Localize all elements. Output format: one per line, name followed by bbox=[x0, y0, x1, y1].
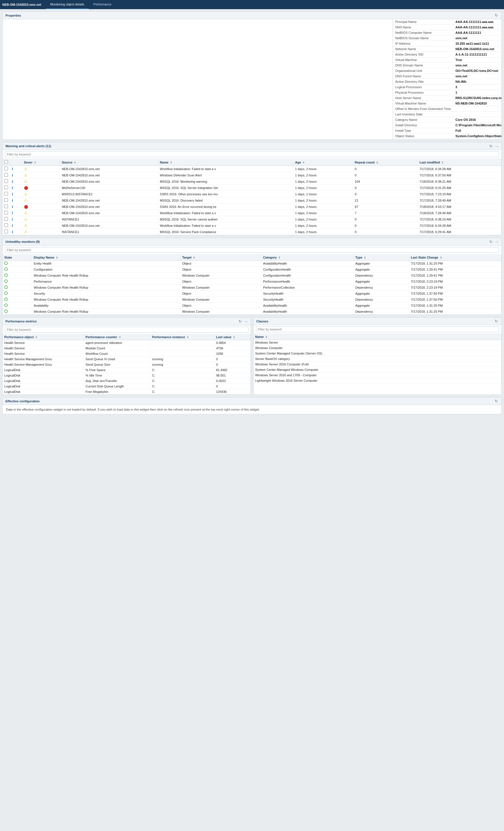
classes-refresh-button[interactable] bbox=[494, 319, 499, 323]
properties-refresh-button[interactable] bbox=[494, 13, 499, 18]
classes-col-name[interactable]: Name ⇕ bbox=[254, 334, 501, 340]
alert-checkbox[interactable] bbox=[4, 217, 8, 221]
alerts-refresh-button[interactable] bbox=[489, 144, 493, 148]
alert-row[interactable]: ℹ ⚠ NEB-OM-1542810.smx.net Windows Defen… bbox=[3, 172, 501, 178]
alert-checkbox[interactable] bbox=[4, 230, 8, 233]
alert-modified: 7/17/2018, 6:29:41 AM bbox=[418, 229, 501, 235]
alerts-col-modified[interactable]: Last modified ⇕ bbox=[418, 159, 501, 166]
perf-instance bbox=[150, 346, 214, 351]
performance-menu-button[interactable] bbox=[244, 319, 248, 323]
tab-performance[interactable]: Performance bbox=[89, 0, 116, 9]
prop-value: smx.net bbox=[453, 63, 501, 68]
alerts-actions bbox=[489, 144, 499, 148]
alerts-select-all[interactable] bbox=[4, 160, 8, 164]
alert-checkbox[interactable] bbox=[4, 192, 8, 196]
alert-checkbox[interactable] bbox=[4, 204, 8, 208]
alert-row[interactable]: ℹ ⚠ NEB-OM-1542810.smx.net Workflow Init… bbox=[3, 210, 501, 216]
alert-age: 1 days, 2 hours bbox=[293, 172, 353, 178]
alerts-col-source[interactable]: Source ⇕ bbox=[60, 159, 158, 166]
warning-icon: ⚠ bbox=[24, 223, 27, 228]
unhealthy-col-type[interactable]: Type ⇕ bbox=[353, 255, 409, 261]
unhealthy-name: Availability bbox=[32, 303, 180, 309]
unhealthy-row: Windows Computer Role Health Rollup Wind… bbox=[3, 285, 501, 291]
info-icon: ℹ bbox=[12, 173, 13, 177]
alert-row[interactable]: ℹ ⚠ INSTANCE1 MSSQL 2016: SQL Server can… bbox=[3, 216, 501, 223]
classes-filter-input[interactable] bbox=[256, 326, 499, 332]
alert-checkbox[interactable] bbox=[4, 185, 8, 189]
classes-table-scroll[interactable]: Name ⇕ Windows ServerWindows ComputerSys… bbox=[254, 334, 502, 383]
alert-checkbox[interactable] bbox=[4, 173, 8, 177]
alerts-table-scroll[interactable]: Sever ⇕ Source ⇕ Name ⇕ Age ⇕ Repeat cou… bbox=[3, 159, 501, 235]
alert-checkbox[interactable] bbox=[4, 167, 8, 170]
prop-value: Full bbox=[453, 128, 501, 134]
properties-table-container[interactable]: Principal NameAAA-AA-1111111.aaa.aaaDNS … bbox=[393, 19, 501, 139]
perf-col-value[interactable]: Last value ⇕ bbox=[214, 334, 250, 340]
performance-refresh-button[interactable] bbox=[238, 319, 242, 323]
unhealthy-filter-input[interactable] bbox=[5, 247, 499, 253]
unhealthy-target: Object bbox=[180, 303, 261, 309]
performance-table-scroll[interactable]: Performance object ⇕ Performance counter… bbox=[3, 334, 251, 395]
class-row: Windows Server bbox=[254, 340, 501, 345]
alert-row[interactable]: ℹ ⚠ NEB-OM-1542810.smx.net Workflow Init… bbox=[3, 166, 501, 172]
unhealthy-col-name[interactable]: Display Name ⇕ bbox=[32, 255, 180, 261]
alert-row[interactable]: ℹ ⚠ NEB-OM-1542810.smx.net MSSQL 2016: M… bbox=[3, 178, 501, 185]
alerts-filter-input[interactable] bbox=[5, 151, 499, 157]
unhealthy-target: Windows Computer bbox=[180, 285, 261, 291]
properties-left-empty bbox=[3, 19, 393, 139]
unhealthy-col-category[interactable]: Category ⇕ bbox=[261, 255, 353, 261]
alert-sev-cell: ⬤ bbox=[22, 204, 60, 210]
alert-checkbox[interactable] bbox=[4, 198, 8, 202]
alerts-col-name[interactable]: Name ⇕ bbox=[158, 159, 293, 166]
unhealthy-state bbox=[3, 279, 32, 285]
unhealthy-name: Configuration bbox=[32, 266, 180, 273]
unhealthy-panel: Unhealthy monitors (9) State Display Nam… bbox=[2, 238, 502, 315]
property-row: DNS NameAAA-AA-1111111.aaa.aaa bbox=[393, 25, 501, 30]
unhealthy-table-scroll[interactable]: State Display Name ⇕ Target ⇕ Category ⇕… bbox=[3, 255, 501, 315]
alert-row[interactable]: ℹ ⚠ NEB-OM-1542810.smx.net MSSQL 2016: D… bbox=[3, 197, 501, 204]
alerts-menu-button[interactable] bbox=[495, 144, 499, 148]
alert-row[interactable]: ℹ ⚠ INSTANCE1 MSSQL 2016: Service Pack C… bbox=[3, 229, 501, 235]
property-row: NetBIOS Domain Namesmx.net bbox=[393, 35, 501, 41]
unhealthy-refresh-button[interactable] bbox=[489, 240, 493, 244]
alert-checkbox-cell bbox=[3, 223, 10, 229]
alert-name: SSAS 2016: An Error occurred during ex bbox=[158, 204, 293, 210]
alert-checkbox-cell bbox=[3, 178, 10, 185]
alerts-col-age[interactable]: Age ⇕ bbox=[293, 159, 353, 166]
unhealthy-col-changed[interactable]: Last State Change ⇕ bbox=[409, 255, 501, 261]
unhealthy-col-target[interactable]: Target ⇕ bbox=[180, 255, 261, 261]
perf-instance: C: bbox=[150, 384, 214, 389]
alert-checkbox[interactable] bbox=[4, 211, 8, 214]
property-row: Host Server NameRRS-S12RCSU05.ntdev.corp… bbox=[393, 95, 501, 101]
prop-value: NS-NEB-OM-1542810 bbox=[453, 101, 501, 106]
alert-row[interactable]: ℹ ⚠ MSRS13.INSTANCE1 SSRS 2016: Other pr… bbox=[3, 191, 501, 197]
alert-modified: 7/17/2018, 6:31:25 AM bbox=[418, 185, 501, 191]
alert-checkbox[interactable] bbox=[4, 179, 8, 183]
unhealthy-category: PerformanceHealth bbox=[261, 279, 353, 285]
unhealthy-actions bbox=[489, 239, 499, 244]
class-name: System Center Managed Windows Computer bbox=[254, 367, 501, 373]
alert-info-icon-cell: ℹ bbox=[10, 223, 22, 229]
alert-row[interactable]: ℹ ⬤ MsDtsServer130 MSSQL 2016: SQL Serve… bbox=[3, 185, 501, 191]
alerts-col-repeat[interactable]: Repeat count ⇕ bbox=[353, 159, 418, 166]
effective-config-refresh-button[interactable] bbox=[494, 399, 499, 403]
property-row: Active Directory SiteNA-WA- bbox=[393, 79, 501, 84]
property-row: NetBIOS Computer NameAAA-AA-1111111 bbox=[393, 30, 501, 35]
alert-row[interactable]: ℹ ⬤ NEB-OM-1542810.smx.net SSAS 2016: An… bbox=[3, 204, 501, 210]
alert-row[interactable]: ℹ ⚠ NEB-OM-1542810.smx.net Workflow Init… bbox=[3, 223, 501, 229]
unhealthy-name: Windows Computer Role Health Rollup bbox=[32, 297, 180, 303]
alert-modified: 7/18/2018, 7:28:49 AM bbox=[418, 210, 501, 216]
perf-col-counter[interactable]: Performance counter ⇕ bbox=[84, 334, 150, 340]
alert-age: 1 days, 2 hours bbox=[293, 223, 353, 229]
alerts-col-sever[interactable]: Sever ⇕ bbox=[22, 159, 60, 166]
alert-checkbox[interactable] bbox=[4, 223, 8, 227]
perf-col-instance[interactable]: Performance instance ⇕ bbox=[150, 334, 214, 340]
unhealthy-menu-button[interactable] bbox=[495, 239, 499, 244]
tab-monitoring-object-details[interactable]: Monitoring object details bbox=[46, 0, 89, 9]
property-row: IP Address10.255 aa11:aaa1:1a11 bbox=[393, 41, 501, 47]
alerts-filter-row bbox=[3, 150, 501, 159]
perf-col-object[interactable]: Performance object ⇕ bbox=[3, 334, 84, 340]
performance-filter-input[interactable] bbox=[5, 327, 248, 333]
perf-instance: scomng bbox=[150, 356, 214, 362]
alert-age: 1 days, 2 hours bbox=[293, 166, 353, 172]
prop-key: NetBIOS Domain Name bbox=[393, 35, 453, 41]
